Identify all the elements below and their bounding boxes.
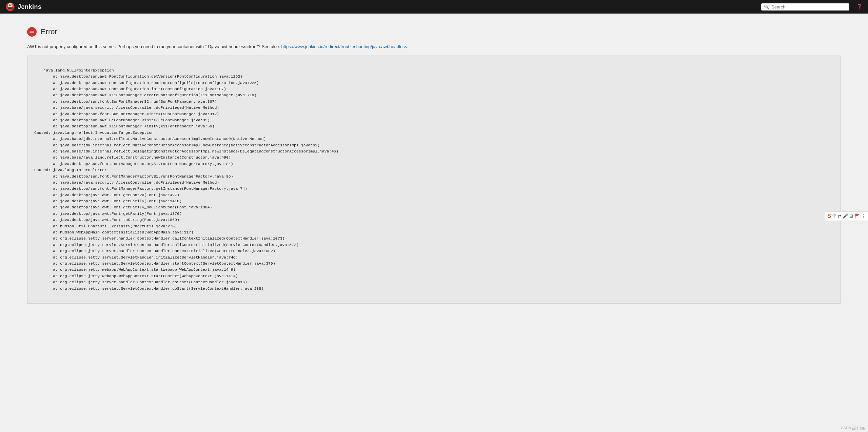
toolbar-icon-zh[interactable]: 中 xyxy=(832,213,836,219)
error-message: AWT is not properly configured on this s… xyxy=(27,43,841,50)
jenkins-logo-icon xyxy=(5,2,15,12)
toolbar-icon-grid[interactable]: ⊞ xyxy=(849,213,853,219)
stack-trace: java.lang.NullPointerException at java.d… xyxy=(27,56,841,304)
stack-trace-text: java.lang.NullPointerException at java.d… xyxy=(34,68,338,291)
error-icon xyxy=(27,27,37,37)
main-content: Error AWT is not properly configured on … xyxy=(0,14,868,432)
app-title: Jenkins xyxy=(18,3,42,11)
search-icon: 🔍 xyxy=(764,4,769,9)
svg-point-5 xyxy=(11,4,12,5)
toolbar-icon-arrow[interactable]: ⇄ xyxy=(838,214,841,219)
search-input[interactable] xyxy=(771,4,847,9)
error-title: Error xyxy=(41,27,57,36)
svg-point-4 xyxy=(9,4,10,5)
toolbar-icon-mic[interactable]: 🎤 xyxy=(843,213,848,219)
header-logo[interactable]: Jenkins xyxy=(5,2,42,12)
error-header: Error xyxy=(27,27,841,37)
help-icon[interactable]: ❓ xyxy=(856,4,863,10)
toolbar-icon-menu[interactable]: ⋮ xyxy=(861,213,866,219)
toolbar-icon-flag[interactable]: 🚩 xyxy=(854,213,860,219)
search-box[interactable]: 🔍 xyxy=(761,3,849,11)
error-link[interactable]: https://www.jenkins.io/redirect/troubles… xyxy=(281,44,407,49)
toolbar-icon-s[interactable]: S xyxy=(827,213,831,219)
header: Jenkins 🔍 ❓ xyxy=(0,0,868,14)
watermark: CSDN 会计准备 xyxy=(841,426,865,431)
right-toolbar: S 中 ⇄ 🎤 ⊞ 🚩 ⋮ xyxy=(825,211,868,221)
svg-rect-3 xyxy=(8,7,13,9)
